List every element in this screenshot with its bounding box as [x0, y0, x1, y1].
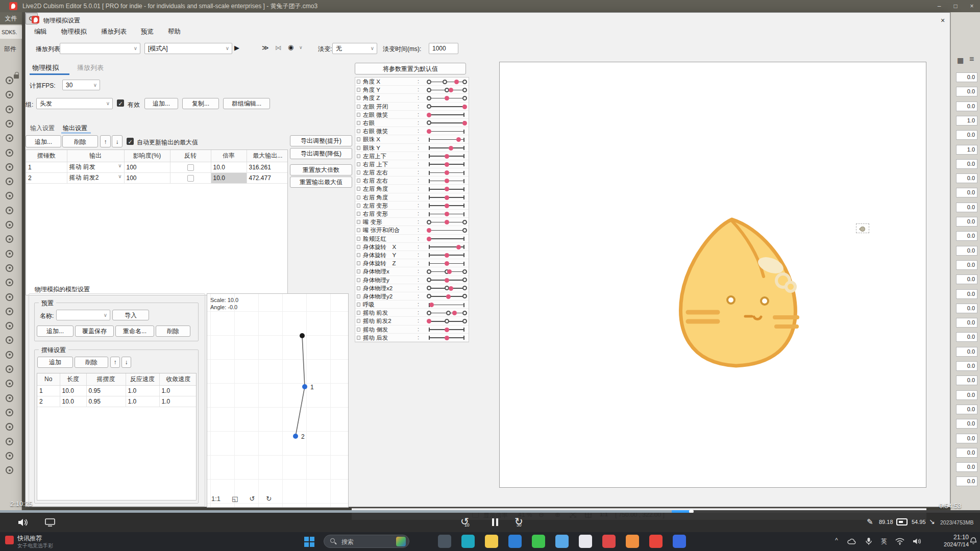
output-table-header[interactable]: 摆锤数 — [26, 150, 67, 162]
wechat-icon[interactable] — [532, 535, 545, 548]
ime-indicator[interactable]: 英 — [881, 537, 887, 546]
edge-browser-icon[interactable] — [508, 535, 522, 548]
parameter-value-box[interactable]: 0.0 — [956, 159, 977, 169]
parameter-slider[interactable] — [429, 90, 464, 91]
model-canvas[interactable] — [499, 62, 926, 488]
parameter-value-dot[interactable] — [456, 137, 461, 142]
export-lower-button[interactable]: 导出调整(降低) — [290, 148, 352, 159]
parameter-value-dot[interactable] — [449, 286, 453, 291]
parameter-row[interactable]: 眼珠 Y: — [355, 144, 469, 152]
windows-start-button[interactable] — [304, 537, 315, 547]
parameter-slider[interactable] — [429, 337, 464, 338]
tab-output-settings[interactable]: 输出设置 — [63, 124, 87, 133]
pendulum-table-header[interactable]: 长度 — [60, 373, 86, 385]
parameter-slider[interactable] — [429, 139, 464, 140]
parameter-row[interactable]: 右眉 角度: — [355, 193, 469, 202]
parameter-row[interactable]: 角度 X: — [355, 78, 469, 86]
maximize-button[interactable]: □ — [947, 0, 964, 12]
output-table-header[interactable]: 影响度(%) — [124, 150, 170, 162]
visibility-eye-icon[interactable] — [6, 91, 13, 98]
parameter-slider[interactable] — [429, 263, 464, 264]
parameter-value-dot[interactable] — [445, 278, 449, 283]
preview-tool-2[interactable]: ↺ — [249, 495, 255, 503]
parameter-slider[interactable] — [429, 122, 464, 123]
parameter-value-dot[interactable] — [427, 237, 431, 241]
parameter-row[interactable]: 摇动 前发2: — [355, 317, 469, 325]
qq-icon[interactable] — [579, 535, 592, 548]
visibility-eye-icon[interactable] — [6, 380, 13, 387]
visibility-eye-icon[interactable] — [6, 409, 13, 416]
parameter-value-dot[interactable] — [445, 187, 449, 191]
parameter-row[interactable]: 身体旋转 Y: — [355, 251, 469, 259]
parameter-value-dot[interactable] — [429, 303, 434, 307]
parameter-value-box[interactable]: 0.0 — [956, 448, 977, 458]
visibility-eye-icon[interactable] — [6, 106, 13, 113]
parameter-slider[interactable] — [429, 313, 464, 314]
dialog-menu-item-3[interactable]: 预览 — [141, 28, 154, 36]
visibility-eye-icon[interactable] — [6, 322, 13, 330]
visibility-eye-icon[interactable] — [6, 163, 13, 171]
parameter-value-box[interactable]: 0.0 — [956, 318, 977, 328]
parameter-value-dot[interactable] — [445, 336, 449, 340]
preset-delete-button[interactable]: 削除 — [156, 325, 190, 337]
visibility-eye-icon[interactable] — [6, 134, 13, 142]
menu-icon[interactable]: ≡ — [969, 55, 974, 64]
parameter-slider[interactable] — [429, 164, 464, 165]
parameter-slider[interactable] — [429, 214, 464, 215]
visibility-eye-icon[interactable] — [6, 452, 13, 460]
parameter-value-dot[interactable] — [456, 245, 461, 249]
pendulum-table-row[interactable]: 210.00.951.01.0 — [37, 396, 197, 407]
parameter-row[interactable]: 摇动 前发: — [355, 309, 469, 317]
parameter-value-dot[interactable] — [449, 88, 453, 92]
file-menu[interactable]: 文件 — [0, 12, 22, 24]
pendulum-table-header[interactable]: 摇摆度 — [86, 373, 126, 385]
parameter-value-box[interactable]: 0.0 — [956, 405, 977, 414]
dialog-menu-item-2[interactable]: 播放列表 — [101, 28, 127, 36]
parameter-value-box[interactable]: 0.0 — [956, 274, 977, 284]
visibility-eye-icon[interactable] — [6, 279, 13, 286]
mode-select[interactable]: [模式A]∨ — [144, 43, 232, 54]
parameter-row[interactable]: 脸颊泛红: — [355, 235, 469, 243]
tray-chevron-icon[interactable]: ^ — [835, 537, 838, 544]
visibility-eye-icon[interactable] — [6, 351, 13, 359]
visibility-eye-icon[interactable] — [6, 466, 13, 474]
volume-icon[interactable] — [17, 518, 29, 527]
preset-rename-button[interactable]: 重命名... — [115, 325, 154, 337]
parameter-slider[interactable] — [429, 131, 464, 132]
parameter-value-box[interactable]: 0.0 — [956, 375, 977, 385]
minimize-button[interactable]: – — [931, 0, 947, 12]
preset-import-button[interactable]: 导入 — [112, 310, 149, 320]
parameter-value-box[interactable]: 0.0 — [956, 203, 977, 212]
parameter-row[interactable]: 角度 Y: — [355, 86, 469, 94]
parameter-slider[interactable] — [429, 238, 464, 239]
parameter-value-dot[interactable] — [446, 294, 451, 299]
parameter-row[interactable]: 右眉 左右: — [355, 177, 469, 185]
pendulum-up-button[interactable]: ↑ — [110, 357, 120, 368]
dialog-menu-item-0[interactable]: 编辑 — [34, 28, 47, 36]
chevron-down-icon[interactable]: ∨ — [299, 45, 303, 50]
parameter-value-dot[interactable] — [445, 96, 449, 101]
music-icon[interactable] — [602, 535, 616, 548]
dialog-close-icon[interactable]: × — [936, 15, 949, 26]
parameter-row[interactable]: 身体物理x2: — [355, 284, 469, 292]
visibility-eye-icon[interactable] — [6, 149, 13, 157]
output-delete-button[interactable]: 削除 — [62, 135, 98, 147]
parameter-value-dot[interactable] — [462, 121, 467, 126]
parameter-slider[interactable] — [429, 98, 464, 99]
play-button[interactable]: ▶ — [234, 44, 239, 52]
panel-grid-icon[interactable]: ▦ — [957, 56, 964, 64]
pendulum-add-button[interactable]: 追加 — [37, 357, 73, 368]
parameter-row[interactable]: 左眉 角度: — [355, 185, 469, 193]
parameter-value-box[interactable]: 0.0 — [956, 361, 977, 371]
parameter-slider[interactable] — [429, 222, 464, 223]
parameter-row[interactable]: 左眼 开闭: — [355, 103, 469, 111]
reset-params-button[interactable]: 将参数重置为默认值 — [355, 63, 466, 74]
tab-physics[interactable]: 物理模拟 — [32, 63, 59, 72]
visibility-eye-icon[interactable] — [6, 221, 13, 229]
parameter-row[interactable]: 左眉 变形: — [355, 202, 469, 210]
parameter-row[interactable]: 身体旋转 X: — [355, 243, 469, 251]
visibility-eye-icon[interactable] — [6, 77, 13, 84]
parameter-row[interactable]: 身体物理y2: — [355, 292, 469, 300]
task-view-icon[interactable] — [438, 535, 451, 548]
visibility-eye-icon[interactable] — [6, 178, 13, 185]
